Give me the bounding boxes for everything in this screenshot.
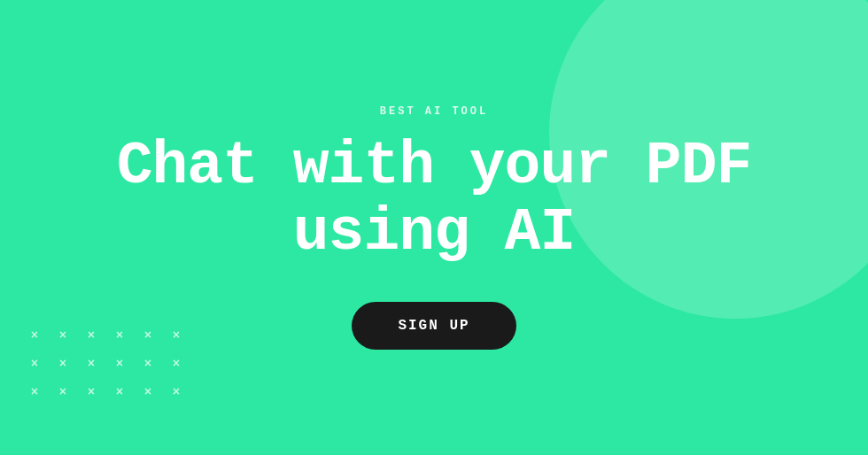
hero-section: × × × × × × × × × × × × × × × × × × BEST… [0, 0, 868, 455]
hero-content: BEST AI TOOL Chat with your PDF using AI… [117, 105, 752, 350]
dot-14: × [53, 382, 73, 402]
hero-title-line1: Chat with your PDF [117, 132, 752, 200]
dot-3: × [81, 326, 101, 345]
hero-title-line2: using AI [293, 198, 575, 266]
dot-16: × [110, 382, 129, 402]
dot-1: × [25, 326, 44, 345]
dot-10: × [110, 354, 129, 374]
dot-18: × [167, 382, 186, 402]
signup-button[interactable]: SiGN UP [352, 302, 515, 350]
dot-15: × [81, 382, 101, 402]
hero-subtitle: BEST AI TOOL [380, 105, 488, 118]
dot-8: × [53, 354, 73, 374]
dot-2: × [53, 326, 73, 345]
dot-9: × [81, 354, 101, 374]
dot-12: × [167, 354, 186, 374]
dot-7: × [25, 354, 44, 374]
dot-17: × [138, 382, 158, 402]
hero-title: Chat with your PDF using AI [117, 134, 752, 266]
dot-13: × [25, 382, 44, 402]
dot-11: × [138, 354, 158, 374]
